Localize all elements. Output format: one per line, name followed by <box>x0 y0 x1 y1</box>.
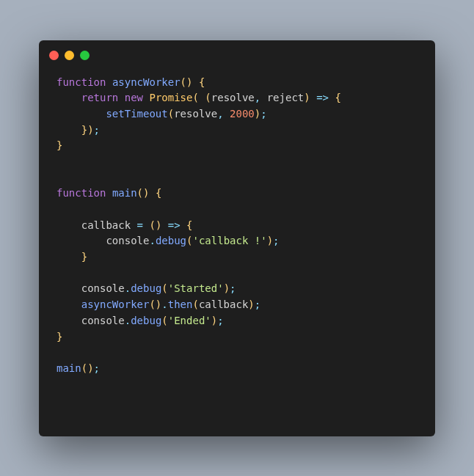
arg-resolve: resolve <box>174 108 217 120</box>
string-literal: 'Ended' <box>168 315 211 326</box>
paren: ( <box>161 282 167 294</box>
fn-settimeout: setTimeout <box>106 108 167 120</box>
paren: () <box>137 187 150 199</box>
method-then: then <box>168 299 193 310</box>
maximize-icon[interactable] <box>80 51 90 60</box>
titlebar <box>39 40 435 66</box>
brace: } <box>56 139 62 151</box>
arrow: => <box>168 219 181 231</box>
paren: ( <box>168 108 174 120</box>
paren: ) <box>224 282 230 294</box>
brace: { <box>186 219 192 231</box>
brace: { <box>335 92 340 103</box>
paren: () <box>149 219 161 231</box>
semicolon: ; <box>230 282 236 294</box>
var-callback: callback <box>81 219 131 231</box>
paren: () <box>81 362 94 374</box>
paren: ) <box>248 299 254 310</box>
dot: . <box>125 315 131 326</box>
brace: }) <box>81 124 94 136</box>
brace: { <box>199 76 205 88</box>
close-icon[interactable] <box>49 51 59 60</box>
semicolon: ; <box>94 124 100 136</box>
arrow: => <box>316 92 329 103</box>
dot: . <box>125 282 131 294</box>
minimize-icon[interactable] <box>65 51 74 60</box>
obj-console: console <box>81 282 125 294</box>
string-literal: 'callback !' <box>192 235 266 246</box>
equals: = <box>137 219 143 231</box>
paren: ) <box>267 235 273 246</box>
comma: , <box>255 92 260 103</box>
method-debug: debug <box>131 315 161 326</box>
paren: () <box>181 76 193 88</box>
paren: () <box>149 299 161 310</box>
paren: ) <box>304 92 310 103</box>
paren: ( <box>192 92 198 103</box>
keyword-function: function <box>56 76 106 88</box>
semicolon: ; <box>260 108 266 120</box>
class-promise: Promise <box>149 92 192 103</box>
function-name: asyncWorker <box>112 76 181 88</box>
keyword-function: function <box>56 187 106 199</box>
obj-console: console <box>106 235 149 246</box>
comma: , <box>217 108 223 120</box>
code-window: function asyncWorker() { return new Prom… <box>39 40 435 436</box>
keyword-new: new <box>125 92 143 103</box>
param-resolve: resolve <box>211 92 255 103</box>
brace: { <box>156 187 161 199</box>
semicolon: ; <box>255 299 260 310</box>
obj-console: console <box>81 315 125 326</box>
number-literal: 2000 <box>230 108 255 120</box>
dot: . <box>149 235 155 246</box>
dot: . <box>161 299 167 310</box>
paren: ) <box>211 315 217 326</box>
string-literal: 'Started' <box>168 282 224 294</box>
paren: ( <box>192 299 198 310</box>
semicolon: ; <box>273 235 279 246</box>
fn-call: asyncWorker <box>81 299 150 310</box>
keyword-return: return <box>81 92 119 103</box>
paren: ( <box>205 92 211 103</box>
paren: ( <box>161 315 167 326</box>
function-name: main <box>112 187 137 199</box>
method-debug: debug <box>156 235 186 246</box>
brace: } <box>81 251 87 263</box>
param-reject: reject <box>267 92 305 103</box>
method-debug: debug <box>131 282 161 294</box>
paren: ) <box>255 108 260 120</box>
semicolon: ; <box>217 315 223 326</box>
code-editor[interactable]: function asyncWorker() { return new Prom… <box>39 66 435 386</box>
brace: } <box>56 331 62 343</box>
fn-call: main <box>56 362 81 374</box>
semicolon: ; <box>94 362 100 374</box>
arg-callback: callback <box>199 299 248 310</box>
